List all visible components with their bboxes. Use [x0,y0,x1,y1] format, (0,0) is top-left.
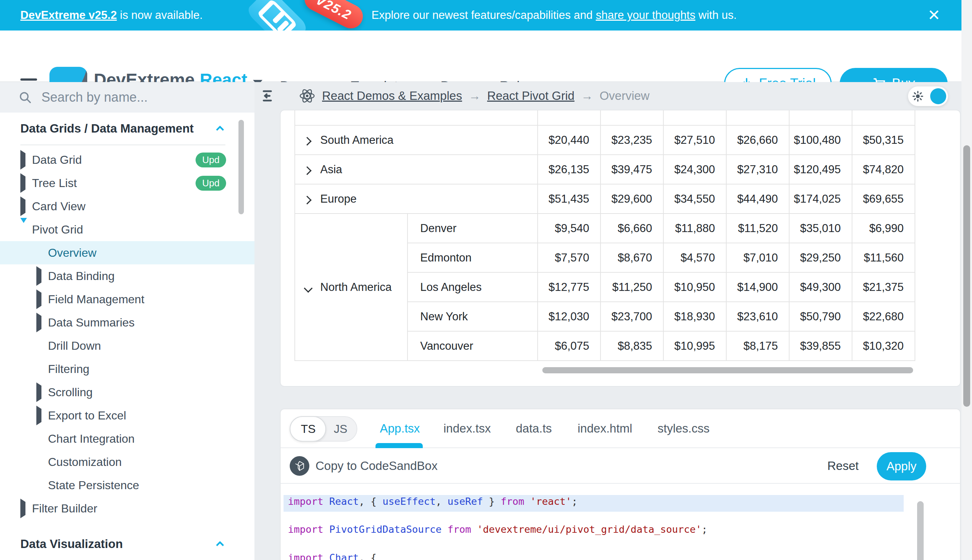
code-line: import React, { useEffect, useRef } from… [288,496,577,507]
section-data-visualization[interactable]: Data Visualization [0,528,254,560]
sidebar-item-customization[interactable]: Customization [0,450,254,473]
sun-icon [912,91,923,102]
breadcrumb-current: Overview [599,89,649,103]
lang-js[interactable]: JS [325,417,356,441]
chevron-up-icon [216,126,224,134]
banner-version-link[interactable]: DevExtreme v25.2 [20,9,117,22]
breadcrumb-separator: → [581,89,593,103]
sidebar-item-export-to-excel[interactable]: Export to Excel [0,404,254,427]
row-denver[interactable]: Denver [408,213,538,243]
row-asia[interactable]: Asia [295,155,538,184]
close-icon[interactable]: ✕ [928,7,940,24]
sidebar-item-pivot-grid[interactable]: Pivot Grid [0,218,254,241]
breadcrumb-pivot-grid-link[interactable]: React Pivot Grid [487,89,574,103]
triangle-right-icon [20,197,25,216]
lang-ts[interactable]: TS [290,417,326,441]
sidebar-scrollbar[interactable] [238,120,244,214]
sidebar-item-state-persistence[interactable]: State Persistence [0,473,254,497]
triangle-right-icon [36,313,42,332]
table-row: South America $20,440$23,235$27,510$26,6… [295,125,915,155]
expand-icon[interactable] [303,137,311,145]
row-north-america[interactable]: North America [295,213,408,361]
chevron-up-icon [216,541,224,550]
row-new-york[interactable]: New York [408,302,538,331]
code-line: import PivotGridDataSource from 'devextr… [288,524,708,535]
page-scrollbar[interactable] [962,0,972,560]
language-switch[interactable]: TS JS [290,416,357,442]
triangle-right-icon [20,498,25,518]
scrollbar-thumb[interactable] [963,145,970,407]
divider [20,145,225,145]
devextreme-box-icon [245,0,309,30]
tab-index-tsx[interactable]: index.tsx [443,409,491,447]
collapse-icon[interactable] [304,283,313,292]
sidebar-item-drill-down[interactable]: Drill Down [0,334,254,357]
tab-styles-css[interactable]: styles.css [657,409,709,447]
table-row: North America Denver $9,540$6,660$11,880… [295,213,915,243]
sidebar-item-data-binding[interactable]: Data Binding [0,264,254,288]
search-icon [18,90,32,104]
code-panel: TS JS App.tsx index.tsx data.ts index.ht… [280,408,961,560]
breadcrumb-separator: → [468,89,480,103]
collapse-sidebar-icon[interactable] [261,88,277,104]
sidebar-item-card-view[interactable]: Card View [0,195,254,218]
section-data-grids[interactable]: Data Grids / Data Management [0,113,254,145]
react-icon [299,88,316,104]
upd-badge: Upd [196,153,226,167]
sidebar: Data Grids / Data Management Data GridUp… [0,82,254,560]
row-south-america[interactable]: South America [295,125,538,155]
triangle-right-icon [36,266,42,286]
triangle-right-icon [36,382,42,402]
copy-to-codesandbox-button[interactable]: Copy to CodeSandBox [316,448,438,484]
code-tabs-bar: TS JS App.tsx index.tsx data.ts index.ht… [281,409,960,448]
version-badge: V25.2 [300,0,367,30]
expand-icon[interactable] [303,195,311,204]
sidebar-item-filter-builder[interactable]: Filter Builder [0,497,254,520]
sidebar-item-overview[interactable]: Overview [0,241,254,264]
triangle-right-icon [20,150,25,170]
banner-center-text: Explore our newest features/capabilities… [371,0,737,30]
sidebar-item-field-management[interactable]: Field Management [0,288,254,311]
app-header: JS DevExtremeReact by DevExpress Demos T… [0,30,962,82]
main-content: React Demos & Examples → React Pivot Gri… [254,82,962,560]
row-los-angeles[interactable]: Los Angeles [408,272,538,302]
share-thoughts-link[interactable]: share your thoughts [596,9,695,22]
row-europe[interactable]: Europe [295,184,538,213]
code-editor[interactable]: import React, { useEffect, useRef } from… [281,484,960,560]
sidebar-item-chart-integration[interactable]: Chart Integration [0,427,254,450]
row-vancouver[interactable]: Vancouver [408,331,538,361]
active-tab-indicator [375,443,423,448]
banner-left-text: DevExtreme v25.2 is now available. [20,0,203,30]
pivot-grid-table: South America $20,440$23,235$27,510$26,6… [294,110,915,361]
search-input[interactable] [42,90,231,105]
row-edmonton[interactable]: Edmonton [408,243,538,272]
reset-button[interactable]: Reset [827,448,858,484]
breadcrumb: React Demos & Examples → React Pivot Gri… [254,82,962,110]
horizontal-scrollbar[interactable] [542,367,913,373]
triangle-right-icon [36,290,42,309]
code-line: import Chart, { [288,552,376,560]
expand-icon[interactable] [303,166,311,175]
tab-data-ts[interactable]: data.ts [516,409,552,447]
sidebar-item-scrolling[interactable]: Scrolling [0,381,254,404]
code-scrollbar[interactable] [917,501,923,560]
breadcrumb-demos-link[interactable]: React Demos & Examples [322,89,462,103]
triangle-down-icon [20,218,27,236]
banner-graphic: V25.2 [233,0,356,30]
code-toolbar: Copy to CodeSandBox Reset Apply [281,448,960,484]
tab-app-tsx[interactable]: App.tsx [380,409,420,447]
pivot-grid-demo: South America $20,440$23,235$27,510$26,6… [280,110,961,387]
sidebar-item-tree-list[interactable]: Tree ListUpd [0,172,254,195]
codesandbox-icon[interactable] [290,456,310,476]
sidebar-item-data-summaries[interactable]: Data Summaries [0,311,254,334]
sidebar-nav-list: Data Grids / Data Management Data GridUp… [0,113,254,560]
sidebar-item-filtering[interactable]: Filtering [0,357,254,381]
triangle-right-icon [36,406,42,425]
tab-index-html[interactable]: index.html [577,409,632,447]
sidebar-item-data-grid[interactable]: Data GridUpd [0,148,254,172]
promo-banner: DevExtreme v25.2 is now available. V25.2… [0,0,962,30]
theme-toggle[interactable] [908,87,948,106]
table-row-clipped [295,110,915,125]
apply-button[interactable]: Apply [877,452,926,480]
toggle-knob [930,88,946,104]
